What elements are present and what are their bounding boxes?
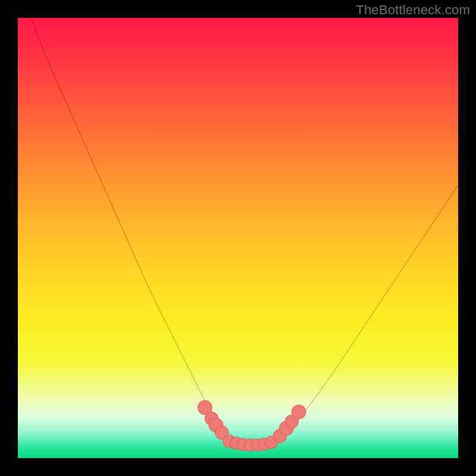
bottleneck-curve <box>31 18 458 445</box>
outer-frame: TheBottleneck.com <box>0 0 476 476</box>
marker-layer <box>198 400 306 451</box>
chart-svg <box>18 18 458 458</box>
data-marker <box>292 405 306 419</box>
watermark-text: TheBottleneck.com <box>356 2 470 18</box>
plot-area <box>18 18 458 458</box>
